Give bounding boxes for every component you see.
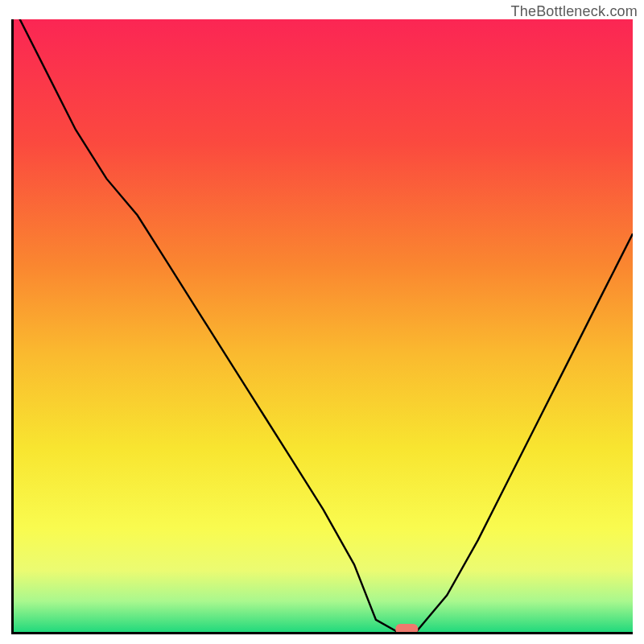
plot-area xyxy=(11,19,633,634)
gradient-background xyxy=(14,19,633,632)
bottleneck-chart xyxy=(14,19,633,632)
optimal-marker xyxy=(395,624,418,632)
watermark-text: TheBottleneck.com xyxy=(511,3,638,20)
